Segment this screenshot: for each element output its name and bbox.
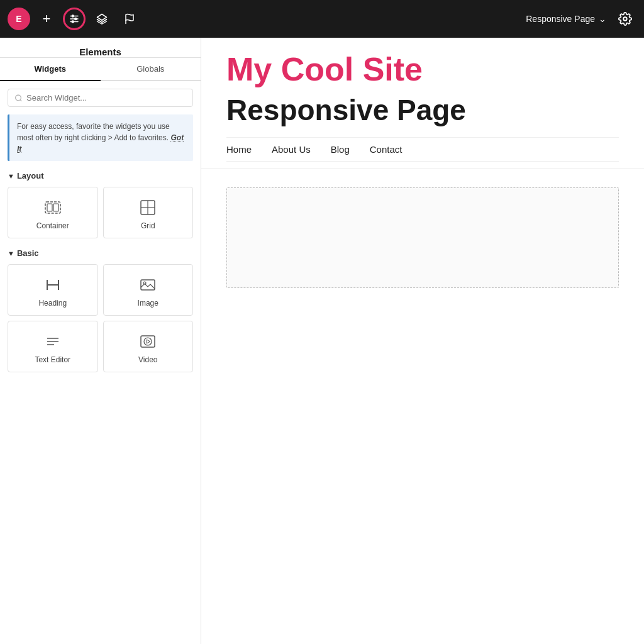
container-icon <box>44 199 62 216</box>
widget-video-label: Video <box>138 355 157 364</box>
heading-icon <box>44 276 62 294</box>
settings-button[interactable] <box>614 8 636 30</box>
basic-widget-grid: Heading Image <box>8 264 193 372</box>
search-input[interactable] <box>26 93 186 103</box>
text-editor-icon <box>44 333 62 350</box>
widgets-icon <box>69 13 80 25</box>
widget-grid-item[interactable]: Grid <box>103 187 194 238</box>
nav-item-about[interactable]: About Us <box>272 144 311 155</box>
toolbar-right: Responsive Page ⌄ <box>526 8 636 30</box>
layers-icon <box>96 13 108 25</box>
sidebar: Elements Widgets Globals For easy access… <box>0 38 201 644</box>
nav-item-blog[interactable]: Blog <box>331 144 350 155</box>
elementor-logo-button[interactable]: E <box>8 8 30 30</box>
widget-container[interactable]: Container <box>8 187 98 238</box>
svg-marker-6 <box>97 14 107 21</box>
notes-button[interactable] <box>118 8 141 30</box>
page-preview: My Cool Site Responsive Page Home About … <box>201 38 644 644</box>
grid-icon <box>139 199 157 216</box>
basic-arrow-icon: ▼ <box>8 250 14 257</box>
image-icon <box>139 276 157 294</box>
widget-text-editor-label: Text Editor <box>35 355 70 364</box>
flag-icon <box>124 13 135 25</box>
empty-section-placeholder[interactable] <box>226 187 619 288</box>
widget-heading-label: Heading <box>38 299 67 308</box>
tab-widgets[interactable]: Widgets <box>0 58 101 80</box>
site-title: My Cool Site <box>226 50 619 88</box>
widgets-panel-button[interactable] <box>63 8 86 30</box>
widget-grid-label: Grid <box>141 221 155 230</box>
widget-container-label: Container <box>36 221 69 230</box>
toolbar: E + Responsive Page <box>0 0 644 38</box>
chevron-down-icon: ⌄ <box>599 14 606 24</box>
svg-point-4 <box>75 18 77 20</box>
widget-video[interactable]: Video <box>103 321 194 372</box>
page-body <box>201 169 644 307</box>
search-box <box>8 89 193 107</box>
toolbar-left: E + <box>8 8 141 30</box>
svg-point-8 <box>623 17 627 21</box>
sidebar-content: For easy access, favorite the widgets yo… <box>0 81 201 644</box>
layout-section-header: ▼ Layout <box>8 171 193 180</box>
add-element-button[interactable]: + <box>35 8 58 30</box>
basic-section-header: ▼ Basic <box>8 248 193 258</box>
svg-marker-27 <box>147 340 150 343</box>
svg-rect-12 <box>47 204 52 211</box>
page-name-button[interactable]: Responsive Page ⌄ <box>526 14 606 24</box>
svg-point-3 <box>72 15 74 17</box>
search-icon <box>14 94 23 103</box>
gear-icon <box>618 12 632 26</box>
nav-item-contact[interactable]: Contact <box>370 144 402 155</box>
sidebar-tabs: Widgets Globals <box>0 58 201 81</box>
page-name-label: Responsive Page <box>526 14 595 24</box>
canvas: My Cool Site Responsive Page Home About … <box>201 38 644 644</box>
basic-section-label: Basic <box>17 248 39 258</box>
widget-image[interactable]: Image <box>103 264 194 316</box>
layout-widget-grid: Container Grid <box>8 187 193 238</box>
nav-menu: Home About Us Blog Contact <box>226 137 619 162</box>
sidebar-header: Elements <box>0 38 201 58</box>
widget-image-label: Image <box>138 299 158 308</box>
tab-globals[interactable]: Globals <box>101 58 201 80</box>
hint-text: For easy access, favorite the widgets yo… <box>17 122 170 142</box>
svg-point-9 <box>16 95 21 101</box>
page-heading: Responsive Page <box>226 93 619 127</box>
hint-box: For easy access, favorite the widgets yo… <box>8 114 193 161</box>
svg-point-5 <box>72 21 74 23</box>
layout-section-label: Layout <box>17 171 44 180</box>
layout-arrow-icon: ▼ <box>8 172 14 180</box>
video-icon <box>139 333 157 350</box>
widget-text-editor[interactable]: Text Editor <box>8 321 98 372</box>
layers-button[interactable] <box>91 8 113 30</box>
widget-heading[interactable]: Heading <box>8 264 98 316</box>
main-container: Elements Widgets Globals For easy access… <box>0 38 644 644</box>
svg-rect-13 <box>53 204 58 211</box>
svg-line-10 <box>20 99 21 101</box>
nav-item-home[interactable]: Home <box>226 144 252 155</box>
page-header-area: My Cool Site Responsive Page Home About … <box>201 38 644 169</box>
